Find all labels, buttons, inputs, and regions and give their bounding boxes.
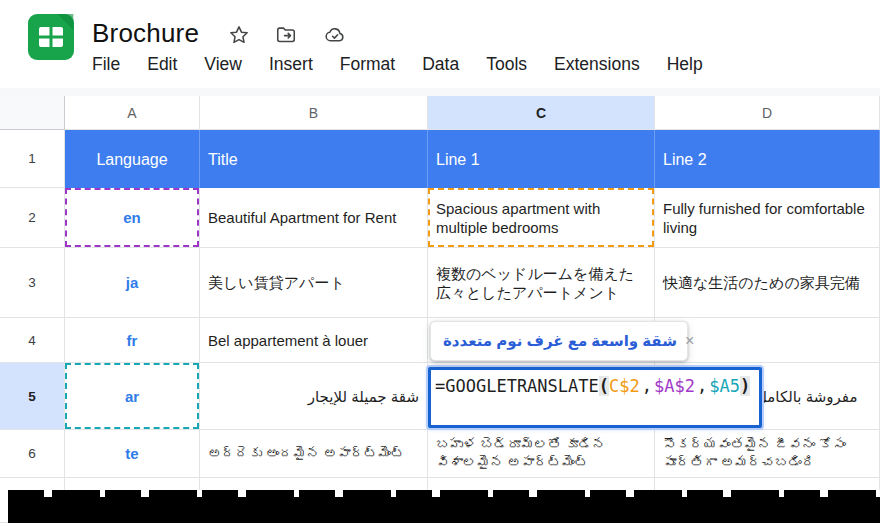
row-number-5-selected[interactable]: 5 bbox=[0, 363, 65, 430]
cell-c2[interactable]: Spacious apartment with multiple bedroom… bbox=[428, 188, 655, 248]
table-row: 1 Language Title Line 1 Line 2 bbox=[0, 130, 880, 188]
cell-a6[interactable]: te bbox=[65, 430, 200, 478]
row-number-4[interactable]: 4 bbox=[0, 318, 65, 363]
spreadsheet-grid: A B C D 1 Language Title Line 1 Line 2 2… bbox=[0, 96, 880, 523]
move-folder-icon[interactable] bbox=[274, 24, 298, 46]
menu-tools[interactable]: Tools bbox=[486, 54, 527, 75]
row-number-3[interactable]: 3 bbox=[0, 248, 65, 318]
cell-a3[interactable]: ja bbox=[65, 248, 200, 318]
cloud-saved-icon[interactable] bbox=[322, 24, 348, 46]
google-sheets-window: Brochure File Edit View Insert Format Da… bbox=[0, 0, 880, 523]
close-icon[interactable]: × bbox=[685, 333, 694, 349]
formula-function: =GOOGLETRANSLATE bbox=[435, 376, 599, 396]
menu-extensions[interactable]: Extensions bbox=[554, 54, 640, 75]
cell-a1[interactable]: Language bbox=[65, 130, 200, 188]
table-row: 6 te అద్దెకు అందమైన అపార్ట్‌మెంట్ బహుళ బ… bbox=[0, 430, 880, 478]
column-header-c-selected[interactable]: C bbox=[428, 96, 655, 130]
formula-open-paren: ( bbox=[599, 376, 609, 396]
redaction-bar bbox=[8, 497, 880, 523]
cell-b1[interactable]: Title bbox=[200, 130, 428, 188]
menu-format[interactable]: Format bbox=[340, 54, 395, 75]
column-header-row: A B C D bbox=[0, 96, 880, 130]
cell-d1[interactable]: Line 2 bbox=[655, 130, 880, 188]
formula-text[interactable]: =GOOGLETRANSLATE(C$2,$A$2,$A5) bbox=[435, 375, 757, 397]
column-header-a[interactable]: A bbox=[65, 96, 200, 130]
document-title[interactable]: Brochure bbox=[92, 18, 199, 49]
cell-c6[interactable]: బహుళ బెడ్‌రూమ్‌లతో కూడిన విశాలమైన అపార్ట… bbox=[428, 430, 655, 478]
menu-help[interactable]: Help bbox=[667, 54, 703, 75]
cell-a4[interactable]: fr bbox=[65, 318, 200, 363]
cell-d2[interactable]: Fully furnished for comfortable living bbox=[655, 188, 880, 248]
menu-file[interactable]: File bbox=[92, 54, 120, 75]
menu-insert[interactable]: Insert bbox=[269, 54, 313, 75]
cell-a5[interactable]: ar bbox=[65, 363, 200, 430]
cell-b5[interactable]: شقة جميلة للإيجار bbox=[200, 363, 428, 430]
cell-b4[interactable]: Bel appartement à louer bbox=[200, 318, 428, 363]
column-header-b[interactable]: B bbox=[200, 96, 428, 130]
menubar: File Edit View Insert Format Data Tools … bbox=[92, 54, 703, 75]
titlebar: Brochure File Edit View Insert Format Da… bbox=[0, 0, 880, 88]
sheets-logo[interactable] bbox=[28, 14, 74, 60]
cell-d6[interactable]: సౌకర్యవంతమైన జీవనం కోసం పూర్తిగా అమర్చబడ… bbox=[655, 430, 880, 478]
row-number-6[interactable]: 6 bbox=[0, 430, 65, 478]
cell-b3[interactable]: 美しい賃貸アパート bbox=[200, 248, 428, 318]
cell-c1[interactable]: Line 1 bbox=[428, 130, 655, 188]
formula-editor[interactable]: =GOOGLETRANSLATE(C$2,$A$2,$A5) bbox=[428, 367, 762, 428]
table-row: 3 ja 美しい賃貸アパート 複数のベッドルームを備えた広々としたアパートメント… bbox=[0, 248, 880, 318]
table-row: 2 en Beautiful Apartment for Rent Spacio… bbox=[0, 188, 880, 248]
menu-data[interactable]: Data bbox=[422, 54, 459, 75]
title-actions bbox=[228, 24, 348, 46]
formula-preview-tooltip: شقة واسعة مع غرف نوم متعددة × bbox=[430, 321, 688, 361]
menu-edit[interactable]: Edit bbox=[147, 54, 177, 75]
cell-b6[interactable]: అద్దెకు అందమైన అపార్ట్‌మెంట్ bbox=[200, 430, 428, 478]
formula-comma: , bbox=[640, 376, 654, 396]
cell-a2[interactable]: en bbox=[65, 188, 200, 248]
preview-result-text: شقة واسعة مع غرف نوم متعددة bbox=[443, 332, 677, 350]
row-number-2[interactable]: 2 bbox=[0, 188, 65, 248]
toolbar-divider bbox=[0, 88, 880, 96]
menu-view[interactable]: View bbox=[204, 54, 242, 75]
formula-close-paren: ) bbox=[740, 376, 750, 396]
row-number-1[interactable]: 1 bbox=[0, 130, 65, 188]
column-header-d[interactable]: D bbox=[655, 96, 880, 130]
formula-ref-a5: $A5 bbox=[709, 376, 740, 396]
select-all-corner[interactable] bbox=[0, 96, 65, 130]
cell-c3[interactable]: 複数のベッドルームを備えた広々としたアパートメント bbox=[428, 248, 655, 318]
star-icon[interactable] bbox=[228, 24, 250, 46]
formula-ref-c2: C$2 bbox=[609, 376, 640, 396]
formula-ref-a2: $A$2 bbox=[654, 376, 695, 396]
cell-d3[interactable]: 快適な生活のための家具完備 bbox=[655, 248, 880, 318]
cell-b2[interactable]: Beautiful Apartment for Rent bbox=[200, 188, 428, 248]
formula-comma: , bbox=[695, 376, 709, 396]
